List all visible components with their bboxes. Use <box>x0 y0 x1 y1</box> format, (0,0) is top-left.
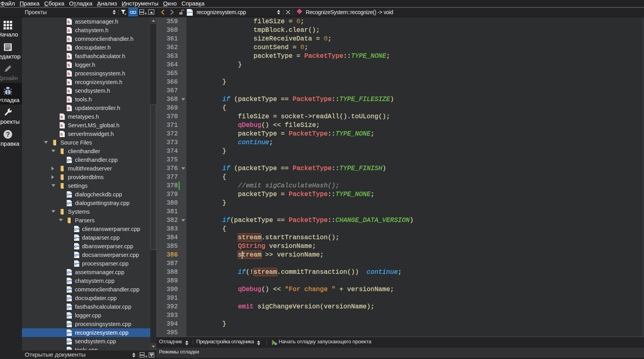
svg-text:h: h <box>68 37 70 41</box>
svg-text:h: h <box>68 97 70 102</box>
svg-text:h: h <box>68 54 70 59</box>
svg-text:h: h <box>60 123 63 128</box>
svg-text:h: h <box>68 45 70 50</box>
svg-text:h: h <box>68 62 70 67</box>
svg-text:h: h <box>68 19 70 24</box>
svg-text:h: h <box>60 114 63 119</box>
svg-text:h: h <box>68 106 70 110</box>
svg-text:h: h <box>68 80 70 84</box>
svg-text:h: h <box>68 71 70 76</box>
svg-text:h: h <box>60 132 63 136</box>
svg-text:h: h <box>68 88 70 93</box>
svg-text:h: h <box>68 28 70 33</box>
svg-text:?: ? <box>6 131 10 137</box>
svg-text:c++: c++ <box>187 11 193 14</box>
